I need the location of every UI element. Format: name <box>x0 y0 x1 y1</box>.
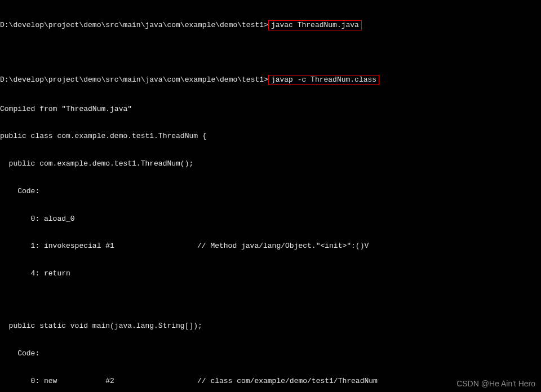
terminal-output: D:\develop\project\demo\src\main\java\co… <box>0 2 541 392</box>
class-decl: public class com.example.demo.test1.Thre… <box>0 132 541 141</box>
ctor-0: 0: aload_0 <box>0 215 541 224</box>
compiled-from: Compiled from "ThreadNum.java" <box>0 105 541 114</box>
code-label-1: Code: <box>0 187 541 196</box>
main-0-left: 0: new #2 <box>0 377 197 386</box>
ctor-1-right: // Method java/lang/Object."<init>":()V <box>197 242 369 251</box>
ctor-1-left: 1: invokespecial #1 <box>0 242 197 251</box>
command-line-1: D:\develop\project\demo\src\main\java\co… <box>0 20 541 30</box>
command-1-box: javac ThreadNum.java <box>268 20 362 30</box>
code-label-2: Code: <box>0 349 541 358</box>
prompt-path-1: D:\develop\project\demo\src\main\java\co… <box>0 21 268 30</box>
command-line-2: D:\develop\project\demo\src\main\java\co… <box>0 75 541 85</box>
main-decl: public static void main(java.lang.String… <box>0 322 541 331</box>
command-2-box: javap -c ThreadNum.class <box>268 75 379 85</box>
ctor-decl: public com.example.demo.test1.ThreadNum(… <box>0 159 541 168</box>
watermark: CSDN @He Ain't Hero <box>456 379 535 389</box>
main-0-right: // class com/example/demo/test1/ThreadNu… <box>197 377 378 386</box>
ctor-4: 4: return <box>0 269 541 278</box>
prompt-path-2: D:\develop\project\demo\src\main\java\co… <box>0 75 268 84</box>
